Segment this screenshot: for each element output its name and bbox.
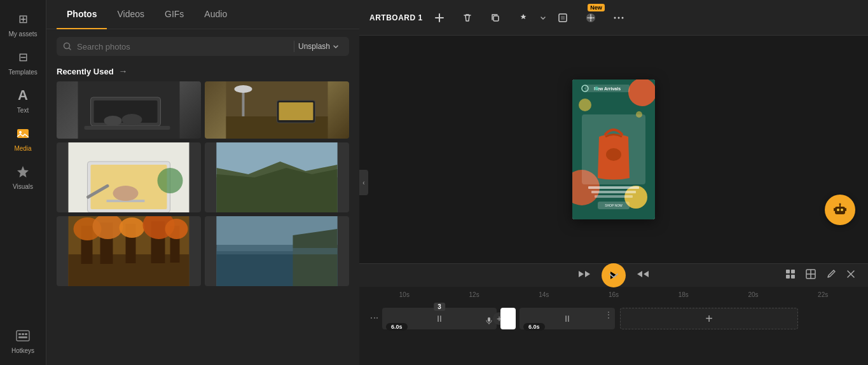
grid-view-button[interactable]: [783, 266, 798, 284]
track1-pause-icon: ⏸: [435, 313, 444, 324]
robot-icon: [832, 202, 848, 218]
media-icon: [14, 125, 32, 142]
rewind-button[interactable]: [577, 269, 591, 282]
svg-point-55: [614, 17, 616, 18]
ruler-22s: 22s: [788, 291, 858, 298]
grid-image-coast[interactable]: [205, 216, 349, 286]
dropdown-chevron-icon[interactable]: [540, 15, 546, 21]
track-block-2[interactable]: ⋮ ⏸ 6.0s: [520, 308, 615, 329]
ruler-14s: 14s: [509, 291, 579, 298]
svg-point-39: [165, 219, 188, 239]
grid-image-cliffs[interactable]: [205, 142, 349, 212]
svg-marker-48: [293, 229, 338, 286]
recently-used-arrow[interactable]: →: [119, 66, 128, 76]
artboard-preview[interactable]: New Arrivals * SHOP NOW: [572, 79, 655, 219]
panel-collapse-toggle[interactable]: ‹: [359, 170, 368, 195]
split-view-button[interactable]: [803, 266, 818, 284]
search-input[interactable]: [77, 42, 289, 52]
track-block-1[interactable]: ⏸ 6.0s 3 +: [382, 308, 497, 329]
svg-rect-82: [834, 208, 835, 211]
timeline: 10s 12s 14s 16s 18s 20s 22s ⋮ ⏸ 6.0s: [359, 263, 868, 365]
visuals-icon: [14, 163, 32, 181]
ai-assistant-button[interactable]: [825, 195, 855, 225]
grid-image-forest[interactable]: [57, 216, 201, 286]
svg-rect-87: [791, 275, 795, 279]
svg-rect-18: [279, 102, 313, 120]
svg-rect-50: [493, 16, 499, 21]
tab-audio[interactable]: Audio: [194, 0, 237, 29]
svg-rect-69: [588, 186, 639, 189]
duplicate-button[interactable]: [484, 6, 507, 29]
sidebar-item-templates[interactable]: ⊟ Templates: [0, 43, 46, 81]
svg-rect-79: [839, 212, 841, 214]
recent-images-row: [46, 81, 359, 142]
recent-image-2[interactable]: [205, 81, 349, 139]
plus-icon: [434, 13, 444, 23]
magic-button[interactable]: [579, 6, 602, 29]
svg-point-75: [636, 111, 642, 118]
timeline-tracks[interactable]: ⋮ ⏸ 6.0s 3 +: [359, 302, 868, 365]
sidebar-item-my-assets[interactable]: ⊞ My assets: [0, 5, 46, 43]
sidebar-label-my-assets: My assets: [8, 31, 37, 38]
tab-videos[interactable]: Videos: [107, 0, 155, 29]
timeline-tools: [783, 266, 858, 284]
ruler-20s: 20s: [719, 291, 789, 298]
search-source-label: Unsplash: [298, 42, 330, 51]
frame-icon: [558, 13, 568, 23]
text-icon: A: [14, 86, 32, 104]
ruler-marks: 10s 12s 14s 16s 18s 20s 22s: [369, 291, 858, 298]
track-add-block[interactable]: +: [620, 308, 798, 329]
sidebar-label-hotkeys: Hotkeys: [11, 347, 34, 355]
track1-dots[interactable]: ⋮: [369, 313, 380, 324]
track-block-transition[interactable]: [500, 308, 516, 329]
recently-used-title: Recently Used: [57, 67, 114, 76]
svg-rect-6: [25, 333, 27, 335]
image-column-1: [57, 142, 201, 286]
svg-rect-86: [786, 275, 790, 279]
delete-button[interactable]: [456, 6, 479, 29]
svg-rect-52: [561, 16, 565, 20]
sidebar: ⊞ My assets ⊟ Templates A Text Media Vis…: [0, 0, 46, 365]
svg-text:*: *: [584, 87, 586, 91]
tab-gifs[interactable]: GIFs: [155, 0, 194, 29]
timeline-controls: [359, 264, 868, 287]
grid-image-laptop[interactable]: [57, 142, 201, 212]
svg-rect-12: [85, 126, 170, 130]
more-options-button[interactable]: [607, 6, 630, 29]
svg-point-62: [579, 99, 591, 111]
add-element-button[interactable]: [428, 6, 451, 29]
recently-used-section: Recently Used →: [46, 64, 359, 81]
svg-point-20: [235, 85, 252, 93]
hotkeys-icon: [14, 327, 32, 345]
sidebar-item-visuals[interactable]: Visuals: [0, 158, 46, 196]
fill-button[interactable]: [512, 6, 535, 29]
canvas-area: ARTBOARD 1: [359, 0, 868, 365]
fast-forward-button[interactable]: [636, 269, 650, 282]
close-timeline-button[interactable]: [844, 267, 858, 284]
svg-point-74: [595, 86, 598, 90]
sidebar-item-media[interactable]: Media: [0, 120, 46, 158]
recent-image-1[interactable]: [57, 81, 201, 139]
scrollable-images[interactable]: [46, 142, 359, 365]
search-source-selector[interactable]: Unsplash: [294, 41, 343, 52]
svg-point-13: [104, 116, 122, 126]
frame-button[interactable]: [551, 6, 574, 29]
canvas-viewport: New Arrivals * SHOP NOW: [359, 36, 868, 263]
svg-text:SHOP NOW: SHOP NOW: [605, 203, 623, 207]
track2-dots[interactable]: ⋮: [605, 310, 612, 319]
sidebar-label-text: Text: [17, 107, 29, 114]
templates-icon: ⊟: [14, 48, 32, 66]
sidebar-item-text[interactable]: A Text: [0, 81, 46, 120]
images-grid: [46, 142, 359, 290]
svg-rect-83: [845, 208, 846, 211]
add-track-icon: +: [705, 312, 713, 326]
tab-photos[interactable]: Photos: [57, 0, 107, 29]
media-panel: Photos Videos GIFs Audio Unsplash Recent…: [46, 0, 359, 365]
search-icon: [63, 42, 72, 51]
pen-tool-button[interactable]: [823, 266, 839, 284]
timeline-collapse-button[interactable]: [609, 270, 619, 280]
svg-rect-7: [18, 336, 27, 338]
media-tabs: Photos Videos GIFs Audio: [46, 0, 359, 29]
svg-rect-89: [488, 317, 490, 322]
sidebar-item-hotkeys[interactable]: Hotkeys: [0, 322, 46, 360]
